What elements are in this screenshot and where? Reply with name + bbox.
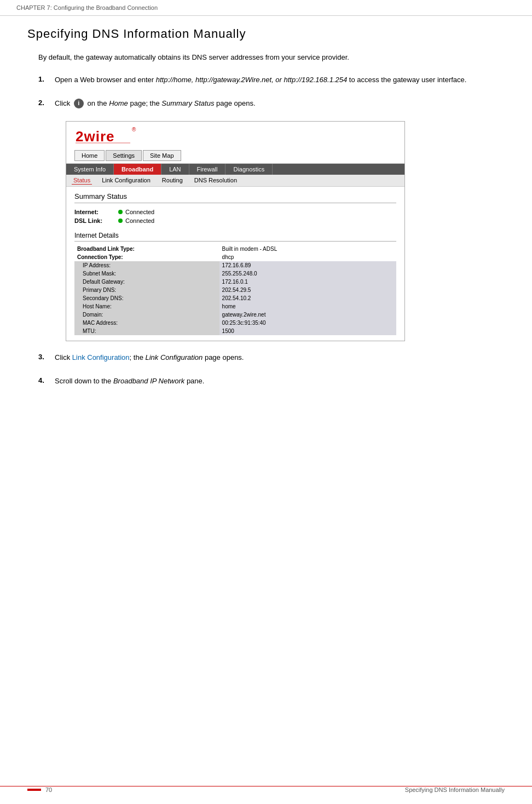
detail-value-mac: 00:25:3c:91:35:40 [219, 319, 396, 327]
screen-body: Summary Status Internet: Connected DSL L… [66, 187, 404, 341]
detail-label-primarydns: Primary DNS: [74, 286, 219, 294]
twowire-logo-svg: 2wire ® [74, 126, 140, 145]
status-row-internet: Internet: Connected [74, 208, 396, 216]
detail-value-subnet: 255.255.248.0 [219, 269, 396, 278]
dsl-label: DSL Link: [74, 217, 118, 224]
detail-label-mac: MAC Address: [74, 319, 219, 327]
screenshot: 2wire ® Home Settings Site Map System In… [66, 121, 405, 341]
nav-settings-button[interactable]: Settings [106, 150, 142, 161]
page-title: Specifying DNS Information Manually [27, 27, 505, 41]
page-content: Specifying DNS Information Manually By d… [0, 21, 532, 432]
nav-sitemap-button[interactable]: Site Map [143, 150, 181, 161]
table-row: Subnet Mask: 255.255.248.0 [74, 269, 396, 278]
svg-rect-2 [76, 142, 130, 143]
main-tab-bar: System Info Broadband LAN Firewall Diagn… [66, 164, 404, 175]
step-2: 2. Click on the Home page; the Summary S… [38, 98, 505, 110]
nav-home-button[interactable]: Home [74, 150, 105, 161]
step-4-content: Scroll down to the Broadband IP Network … [55, 376, 505, 387]
detail-value-gateway: 172.16.0.1 [219, 278, 396, 286]
step-3-number: 3. [38, 352, 55, 361]
detail-label-subnet: Subnet Mask: [74, 269, 219, 278]
details-table: Broadband Link Type: Built in modem - AD… [74, 245, 396, 335]
detail-value-broadbandtype: Built in modem - ADSL [219, 245, 396, 253]
table-row: Host Name: home [74, 302, 396, 311]
footer-red-bar [27, 789, 41, 791]
svg-text:2wire: 2wire [76, 128, 115, 145]
tab-broadband[interactable]: Broadband [114, 164, 161, 175]
page-header: CHAPTER 7: Configuring the Broadband Con… [0, 0, 532, 16]
detail-label-gateway: Default Gateway: [74, 278, 219, 286]
tab-lan[interactable]: LAN [161, 164, 189, 175]
status-grid: Internet: Connected DSL Link: Connected [74, 208, 396, 225]
detail-label-broadbandtype: Broadband Link Type: [74, 245, 219, 253]
detail-value-ip: 172.16.6.89 [219, 261, 396, 269]
link-configuration-link[interactable]: Link Configuration [72, 353, 130, 361]
subtab-dnsresolution[interactable]: DNS Resolution [193, 176, 239, 185]
detail-value-primarydns: 202.54.29.5 [219, 286, 396, 294]
detail-value-conntype: dhcp [219, 253, 396, 261]
tab-firewall[interactable]: Firewall [189, 164, 226, 175]
table-row: Default Gateway: 172.16.0.1 [74, 278, 396, 286]
step-3: 3. Click Link Configuration; the Link Co… [38, 352, 505, 364]
table-row: Broadband Link Type: Built in modem - AD… [74, 245, 396, 253]
nav-bar: Home Settings Site Map [66, 148, 404, 164]
detail-label-mtu: MTU: [74, 327, 219, 335]
dsl-value: Connected [125, 217, 154, 224]
tab-systeminfo[interactable]: System Info [66, 164, 114, 175]
internet-value: Connected [125, 209, 154, 215]
header-text: CHAPTER 7: Configuring the Broadband Con… [16, 4, 158, 11]
summary-status-title: Summary Status [74, 192, 396, 203]
footer-right-text: Specifying DNS Information Manually [405, 786, 505, 793]
internet-label: Internet: [74, 209, 118, 215]
details-title: Internet Details [74, 232, 396, 242]
twowire-logo-area: 2wire ® [66, 122, 404, 148]
sub-tab-bar: Status Link Configuration Routing DNS Re… [66, 175, 404, 187]
page-footer: 70 Specifying DNS Information Manually [0, 786, 532, 793]
detail-label-ip: IP Address: [74, 261, 219, 269]
step-2-number: 2. [38, 98, 55, 107]
status-row-dsl: DSL Link: Connected [74, 216, 396, 225]
step-2-text-before: Click [55, 99, 72, 107]
step-1-content: Open a Web browser and enter http://home… [55, 74, 505, 86]
footer-page-number: 70 [45, 786, 52, 793]
detail-label-domain: Domain: [74, 311, 219, 319]
subtab-linkconfiguration[interactable]: Link Configuration [100, 176, 152, 185]
step-4-number: 4. [38, 376, 55, 384]
tab-diagnostics[interactable]: Diagnostics [225, 164, 273, 175]
step-1-number: 1. [38, 74, 55, 83]
detail-value-hostname: home [219, 302, 396, 311]
steps-container: 1. Open a Web browser and enter http://h… [38, 74, 505, 387]
table-row: Domain: gateway.2wire.net [74, 311, 396, 319]
dsl-dot [118, 219, 123, 223]
internet-dot [118, 210, 123, 214]
subtab-routing[interactable]: Routing [160, 176, 184, 185]
table-row: Connection Type: dhcp [74, 253, 396, 261]
table-row: MAC Address: 00:25:3c:91:35:40 [74, 319, 396, 327]
subtab-status[interactable]: Status [72, 176, 92, 185]
detail-value-domain: gateway.2wire.net [219, 311, 396, 319]
step-4: 4. Scroll down to the Broadband IP Netwo… [38, 376, 505, 387]
intro-text: By default, the gateway automatically ob… [38, 52, 505, 64]
table-row: Primary DNS: 202.54.29.5 [74, 286, 396, 294]
step-1: 1. Open a Web browser and enter http://h… [38, 74, 505, 86]
detail-label-conntype: Connection Type: [74, 253, 219, 261]
svg-text:®: ® [132, 127, 136, 133]
step-2-text-mid: on the Home page; the Summary Status pag… [87, 99, 255, 107]
detail-value-secondarydns: 202.54.10.2 [219, 294, 396, 302]
detail-label-secondarydns: Secondary DNS: [74, 294, 219, 302]
table-row: IP Address: 172.16.6.89 [74, 261, 396, 269]
footer-left: 70 [27, 786, 52, 793]
step-2-content: Click on the Home page; the Summary Stat… [55, 98, 505, 110]
step-1-url: http://home, http://gateway.2Wire.net, o… [156, 76, 347, 84]
step-3-content: Click Link Configuration; the Link Confi… [55, 352, 505, 364]
table-row: MTU: 1500 [74, 327, 396, 335]
detail-value-mtu: 1500 [219, 327, 396, 335]
table-row: Secondary DNS: 202.54.10.2 [74, 294, 396, 302]
detail-label-hostname: Host Name: [74, 302, 219, 311]
details-section: Internet Details Broadband Link Type: Bu… [74, 232, 396, 335]
info-icon [74, 99, 84, 108]
